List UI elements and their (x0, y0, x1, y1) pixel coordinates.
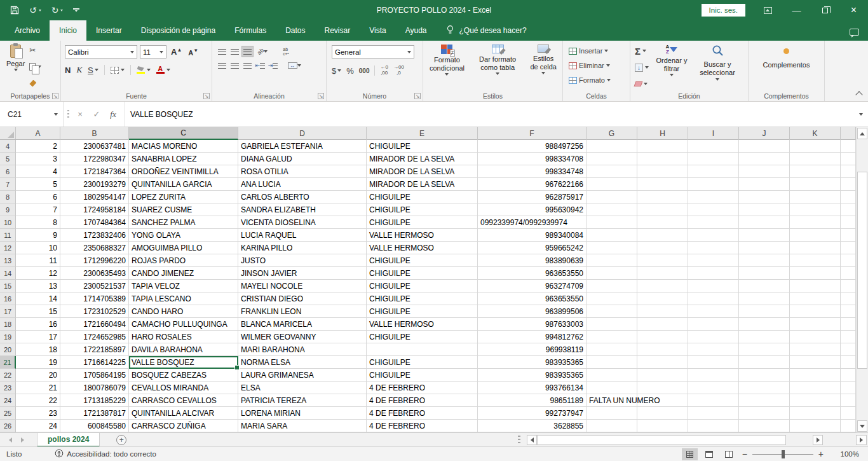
zoom-level[interactable]: 100% (836, 450, 859, 458)
cell-F8[interactable]: 962875917 (478, 191, 587, 203)
cell-I24[interactable] (688, 394, 739, 407)
cell-B17[interactable]: 1723102529 (60, 305, 129, 318)
row-header-7[interactable]: 7 (0, 178, 16, 191)
cell-F5[interactable]: 998334708 (478, 153, 587, 165)
format-painter-button[interactable] (27, 77, 43, 90)
cell-D13[interactable]: JUSTO (238, 254, 367, 267)
cut-button[interactable]: ✂ (27, 44, 43, 57)
cell-C10[interactable]: SANCHEZ PALMA (129, 216, 238, 229)
cell-H23[interactable] (637, 382, 688, 394)
cell-C7[interactable]: QUINTANILLA GARCIA (129, 178, 238, 191)
cell-E25[interactable]: 4 DE FEBRERO (367, 407, 478, 420)
cell-J21[interactable] (739, 356, 790, 369)
borders-button[interactable] (111, 64, 125, 76)
cell-K18[interactable] (790, 318, 841, 331)
cell-D6[interactable]: ROSA OTILIA (238, 165, 367, 178)
column-header-C[interactable]: C (129, 127, 238, 140)
cell-D23[interactable]: ELSA (238, 382, 367, 394)
cell-H7[interactable] (637, 178, 688, 191)
customize-qat-icon[interactable] (73, 8, 79, 12)
cell-K8[interactable] (790, 191, 841, 203)
cell-I20[interactable] (688, 343, 739, 356)
cell-E24[interactable]: 4 DE FEBRERO (367, 394, 478, 407)
shrink-font-button[interactable]: A▼ (186, 46, 200, 58)
cell-G24[interactable]: FALTA UN NUMERO (587, 394, 637, 407)
cell-K24[interactable] (790, 394, 841, 407)
cell-partial-12[interactable] (841, 242, 856, 254)
cell-I6[interactable] (688, 165, 739, 178)
cell-F10[interactable]: 0992339974/0992939974 (478, 216, 587, 229)
cell-B12[interactable]: 2350688327 (60, 242, 129, 254)
cell-I8[interactable] (688, 191, 739, 203)
cell-J19[interactable] (739, 331, 790, 343)
cell-D5[interactable]: DIANA GALUD (238, 153, 367, 165)
font-size-select[interactable]: 11 (140, 45, 166, 58)
cell-K15[interactable] (790, 280, 841, 292)
cell-F13[interactable]: 983890639 (478, 254, 587, 267)
column-header-F[interactable]: F (478, 127, 587, 140)
tab-revisar[interactable]: Revisar (315, 20, 360, 41)
cell-F19[interactable]: 994812762 (478, 331, 587, 343)
clear-button[interactable] (633, 78, 651, 90)
cell-I9[interactable] (688, 203, 739, 216)
row-header-25[interactable]: 25 (0, 407, 16, 420)
align-middle-button[interactable] (229, 46, 241, 57)
cell-K20[interactable] (790, 343, 841, 356)
row-header-5[interactable]: 5 (0, 153, 16, 165)
cell-H10[interactable] (637, 216, 688, 229)
font-dialog-launcher[interactable]: ↘ (203, 93, 210, 99)
copy-button[interactable] (27, 60, 43, 73)
cell-K7[interactable] (790, 178, 841, 191)
cell-J23[interactable] (739, 382, 790, 394)
vertical-scrollbar-thumb[interactable] (857, 172, 867, 369)
cell-H25[interactable] (637, 407, 688, 420)
cell-J11[interactable] (739, 229, 790, 242)
cell-H19[interactable] (637, 331, 688, 343)
cell-J18[interactable] (739, 318, 790, 331)
normal-view-icon[interactable] (682, 448, 698, 460)
cell-A9[interactable]: 7 (16, 203, 60, 216)
cell-E5[interactable]: MIRADOR DE LA SELVA (367, 153, 478, 165)
cell-E11[interactable]: VALLE HERMOSO (367, 229, 478, 242)
cell-B16[interactable]: 1714705389 (60, 292, 129, 305)
cell-partial-9[interactable] (841, 203, 856, 216)
column-header-J[interactable]: J (739, 127, 790, 140)
wrap-text-button[interactable]: abc↩ (278, 46, 294, 57)
insert-function-icon[interactable]: fx (105, 109, 121, 120)
align-center-button[interactable] (229, 60, 241, 71)
cell-A10[interactable]: 8 (16, 216, 60, 229)
column-header-D[interactable]: D (238, 127, 367, 140)
cell-C4[interactable]: MACIAS MORENO (129, 140, 238, 153)
cell-E7[interactable]: MIRADOR DE LA SELVA (367, 178, 478, 191)
cell-B26[interactable]: 600845580 (60, 420, 129, 432)
cell-partial-18[interactable] (841, 318, 856, 331)
cell-B19[interactable]: 1724652985 (60, 331, 129, 343)
cell-C13[interactable]: ROJAS PARDO (129, 254, 238, 267)
cell-G13[interactable] (587, 254, 637, 267)
cell-H6[interactable] (637, 165, 688, 178)
fill-button[interactable]: ↓ (633, 62, 651, 73)
cell-J8[interactable] (739, 191, 790, 203)
row-header-10[interactable]: 10 (0, 216, 16, 229)
cell-C12[interactable]: AMOGUIMBA PILLO (129, 242, 238, 254)
cell-K5[interactable] (790, 153, 841, 165)
column-header-partial[interactable] (841, 127, 856, 140)
align-right-button[interactable] (241, 60, 254, 71)
cell-F6[interactable]: 998334748 (478, 165, 587, 178)
cell-H22[interactable] (637, 369, 688, 382)
prev-sheet-icon[interactable] (9, 437, 12, 443)
cell-C9[interactable]: SUAREZ CUSME (129, 203, 238, 216)
cell-A25[interactable]: 23 (16, 407, 60, 420)
cell-F4[interactable]: 988497256 (478, 140, 587, 153)
cell-D12[interactable]: KARINA PILLO (238, 242, 367, 254)
cell-I13[interactable] (688, 254, 739, 267)
cell-partial-26[interactable] (841, 420, 856, 432)
cell-G20[interactable] (587, 343, 637, 356)
ribbon-display-options-icon[interactable] (758, 7, 777, 14)
fill-color-button[interactable] (137, 64, 151, 76)
increase-decimal-button[interactable]: ←0,00 (380, 65, 388, 76)
column-header-I[interactable]: I (688, 127, 739, 140)
cell-G10[interactable] (587, 216, 637, 229)
cell-F7[interactable]: 967622166 (478, 178, 587, 191)
cell-A18[interactable]: 16 (16, 318, 60, 331)
